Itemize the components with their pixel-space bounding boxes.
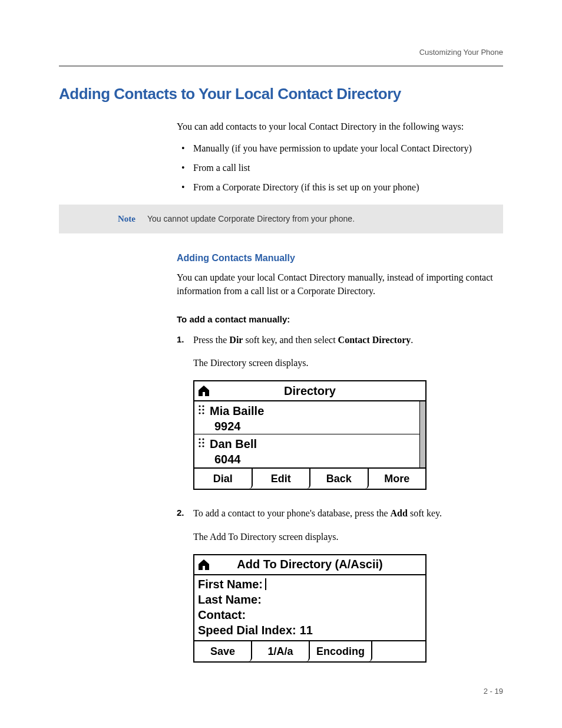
- entry-drag-icon: [198, 403, 206, 420]
- home-icon: [197, 558, 211, 572]
- field-label: Speed Dial Index:: [198, 622, 296, 638]
- section-intro: You can add contacts to your local Conta…: [177, 120, 503, 133]
- step-text: To add a contact to your phone's databas…: [193, 506, 503, 526]
- note-callout: Note You cannot update Corporate Directo…: [59, 205, 503, 233]
- procedure-step: 2. To add a contact to your phone's data…: [177, 506, 503, 526]
- text-cursor: [265, 578, 266, 590]
- svg-point-11: [202, 446, 204, 447]
- section-title: Adding Contacts to Your Local Contact Di…: [59, 83, 503, 106]
- step-result: The Directory screen displays.: [193, 356, 503, 370]
- phone-screen-directory: Directory Mia Baille 9924 Dan Bell: [193, 380, 427, 490]
- contact-name: Mia Baille: [210, 403, 264, 420]
- phone-screen-add-directory: Add To Directory (A/Ascii) First Name: L…: [193, 554, 427, 663]
- step-text: Press the Dir soft key, and then select …: [193, 333, 503, 353]
- header-rule: [59, 65, 503, 67]
- field-value: 11: [297, 622, 313, 638]
- directory-entry[interactable]: Mia Baille 9924: [194, 401, 425, 434]
- screen-title: Add To Directory (A/Ascii): [237, 556, 382, 573]
- note-text: You cannot update Corporate Directory fr…: [147, 205, 503, 233]
- step-text-fragment: .: [411, 335, 413, 345]
- list-item: From a Corporate Directory (if this is s…: [177, 180, 503, 194]
- svg-point-2: [199, 409, 200, 411]
- svg-point-0: [199, 406, 200, 407]
- svg-point-8: [199, 442, 200, 444]
- procedure-step: 1. Press the Dir soft key, and then sele…: [177, 333, 503, 353]
- svg-point-1: [202, 406, 204, 407]
- svg-point-6: [199, 439, 200, 440]
- svg-point-5: [202, 413, 204, 414]
- svg-point-9: [202, 442, 204, 444]
- softkey-input-mode[interactable]: 1/A/a: [252, 641, 310, 661]
- contact-number: 6044: [198, 453, 422, 466]
- svg-point-3: [202, 409, 204, 411]
- step-text-fragment: soft key, and then select: [243, 335, 338, 345]
- scrollbar[interactable]: [419, 401, 425, 467]
- procedure-title: To add a contact manually:: [177, 313, 503, 326]
- step-text-fragment: soft key.: [408, 508, 442, 518]
- step-bold: Contact Directory: [338, 335, 411, 345]
- field-label: First Name:: [198, 577, 263, 592]
- softkey-row: Dial Edit Back More: [194, 467, 425, 489]
- list-item: Manually (if you have permission to upda…: [177, 141, 503, 155]
- subsection-title: Adding Contacts Manually: [177, 251, 503, 265]
- svg-point-10: [199, 446, 200, 447]
- contact-number: 9924: [198, 420, 422, 433]
- step-number: 1.: [177, 333, 193, 353]
- form-row-last-name[interactable]: Last Name:: [194, 592, 425, 607]
- form-row-first-name[interactable]: First Name:: [194, 577, 425, 592]
- list-item: From a call list: [177, 161, 503, 174]
- screen-titlebar: Directory: [194, 381, 425, 401]
- form-row-contact[interactable]: Contact:: [194, 607, 425, 622]
- softkey-save[interactable]: Save: [194, 641, 252, 661]
- note-label: Note: [59, 205, 147, 233]
- step-bold: Dir: [229, 335, 243, 345]
- step-text-fragment: To add a contact to your phone's databas…: [193, 508, 391, 518]
- contact-name: Dan Bell: [210, 436, 257, 453]
- softkey-more[interactable]: More: [369, 469, 426, 489]
- ways-list: Manually (if you have permission to upda…: [177, 141, 503, 195]
- softkey-row: Save 1/A/a Encoding: [194, 640, 425, 661]
- step-number: 2.: [177, 506, 193, 526]
- form-row-speed-dial[interactable]: Speed Dial Index: 11: [194, 622, 425, 638]
- softkey-dial[interactable]: Dial: [194, 469, 253, 489]
- page-header-breadcrumb: Customizing Your Phone: [59, 47, 503, 58]
- step-text-fragment: Press the: [193, 335, 229, 345]
- entry-drag-icon: [198, 436, 206, 453]
- screen-title: Directory: [284, 383, 336, 400]
- softkey-encoding[interactable]: Encoding: [310, 641, 372, 661]
- softkey-empty: [372, 641, 425, 661]
- home-icon: [197, 384, 211, 398]
- step-bold: Add: [391, 508, 408, 518]
- step-result: The Add To Directory screen displays.: [193, 530, 503, 543]
- softkey-back[interactable]: Back: [310, 469, 369, 489]
- page-number: 2 - 19: [59, 686, 503, 697]
- directory-entry[interactable]: Dan Bell 6044: [194, 434, 425, 467]
- svg-point-7: [202, 439, 204, 440]
- screen-titlebar: Add To Directory (A/Ascii): [194, 555, 425, 575]
- svg-point-4: [199, 413, 200, 414]
- softkey-edit[interactable]: Edit: [253, 469, 311, 489]
- subsection-body: You can update your local Contact Direct…: [177, 271, 503, 298]
